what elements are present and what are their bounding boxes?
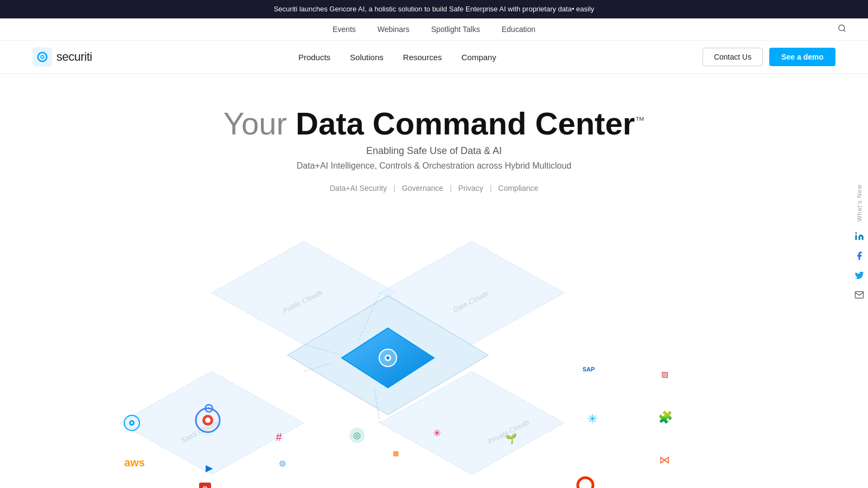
hero-tags: Data+AI Security | Governance | Privacy … bbox=[11, 184, 857, 192]
tag-governance: Governance bbox=[402, 184, 443, 192]
svg-text:⋈: ⋈ bbox=[659, 454, 670, 466]
svg-point-5 bbox=[41, 56, 43, 58]
svg-point-53 bbox=[205, 418, 210, 423]
social-sidebar: What's New bbox=[851, 184, 868, 304]
nav-company[interactable]: Company bbox=[462, 53, 496, 62]
nav-resources[interactable]: Resources bbox=[403, 53, 442, 62]
announcement-text: Securiti launches Gencore AI, a holistic… bbox=[274, 5, 595, 13]
hero-title-bold: Data Command Center bbox=[296, 106, 635, 141]
svg-point-18 bbox=[386, 356, 390, 359]
nav-solutions[interactable]: Solutions bbox=[350, 53, 384, 62]
svg-text:⊚: ⊚ bbox=[279, 459, 286, 468]
svg-text:SAP: SAP bbox=[583, 366, 595, 373]
email-icon[interactable] bbox=[851, 286, 868, 304]
nav-webinars[interactable]: Webinars bbox=[378, 25, 410, 34]
svg-text:🌱: 🌱 bbox=[505, 433, 518, 445]
secondary-nav: Events Webinars Spotlight Talks Educatio… bbox=[0, 18, 868, 41]
twitter-icon[interactable] bbox=[851, 267, 868, 284]
facebook-icon[interactable] bbox=[851, 247, 868, 265]
svg-point-54 bbox=[856, 233, 857, 234]
svg-text:aws: aws bbox=[124, 457, 145, 468]
tag-privacy: Privacy bbox=[458, 184, 483, 192]
nav-education[interactable]: Education bbox=[502, 25, 535, 34]
hero-title-light: Your bbox=[224, 106, 296, 141]
svg-text:▦: ▦ bbox=[393, 450, 399, 457]
diagram-svg: Public Clouds Data Clouds SaaS Clouds Pr… bbox=[0, 209, 868, 488]
svg-point-0 bbox=[839, 25, 845, 31]
hero-title-tm: ™ bbox=[635, 115, 644, 126]
nav-spotlight-talks[interactable]: Spotlight Talks bbox=[431, 25, 480, 34]
hero-title: Your Data Command Center™ bbox=[11, 106, 857, 141]
svg-line-1 bbox=[844, 30, 845, 31]
svg-point-38 bbox=[131, 422, 133, 424]
nav-actions: Contact Us See a demo bbox=[703, 48, 835, 66]
svg-text:▨: ▨ bbox=[661, 370, 668, 378]
whats-new-label: What's New bbox=[856, 184, 863, 221]
see-demo-button[interactable]: See a demo bbox=[769, 48, 835, 66]
svg-text:▶: ▶ bbox=[206, 464, 213, 473]
hero-subtitle: Enabling Safe Use of Data & AI bbox=[11, 145, 857, 157]
svg-text:◎: ◎ bbox=[353, 431, 361, 440]
svg-text:✳: ✳ bbox=[588, 412, 597, 426]
hero-description: Data+AI Intelligence, Controls & Orchest… bbox=[11, 161, 857, 171]
nav-products[interactable]: Products bbox=[298, 53, 330, 62]
logo-icon bbox=[33, 47, 52, 67]
diagram-area: Public Clouds Data Clouds SaaS Clouds Pr… bbox=[0, 209, 868, 488]
svg-point-39 bbox=[578, 478, 593, 488]
announcement-bar: Securiti launches Gencore AI, a holistic… bbox=[0, 0, 868, 18]
svg-text:🧩: 🧩 bbox=[658, 410, 673, 425]
contact-us-button[interactable]: Contact Us bbox=[703, 48, 763, 66]
logo[interactable]: securiti bbox=[33, 47, 92, 67]
tag-compliance: Compliance bbox=[498, 184, 538, 192]
svg-text:#: # bbox=[276, 431, 282, 443]
tag-data-ai-security: Data+AI Security bbox=[330, 184, 387, 192]
hero-section: Your Data Command Center™ Enabling Safe … bbox=[0, 74, 868, 203]
svg-text:✳: ✳ bbox=[433, 428, 441, 439]
logo-text: securiti bbox=[56, 50, 92, 64]
tag-sep-3: | bbox=[490, 184, 492, 192]
svg-text:O: O bbox=[202, 485, 207, 488]
tag-sep-1: | bbox=[393, 184, 395, 192]
linkedin-icon[interactable] bbox=[851, 228, 868, 245]
primary-nav-links: Products Solutions Resources Company bbox=[298, 53, 496, 62]
tag-sep-2: | bbox=[450, 184, 452, 192]
nav-events[interactable]: Events bbox=[333, 25, 356, 34]
search-button[interactable] bbox=[838, 24, 846, 35]
primary-nav: securiti Products Solutions Resources Co… bbox=[0, 41, 868, 74]
